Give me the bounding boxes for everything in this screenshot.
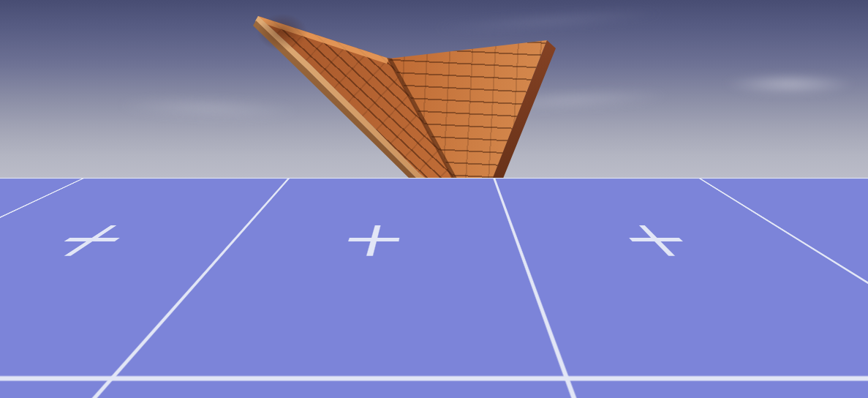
info-checkbox[interactable]: ✔ — [475, 269, 488, 283]
maximize-icon[interactable] — [594, 244, 603, 253]
filter-error-label: Error — [568, 271, 597, 282]
filter-error: Error ✔ — [568, 269, 617, 283]
show-muids-label: Show MUIDs as Links — [420, 380, 513, 391]
filter-info: Info ✔ — [445, 269, 488, 283]
log-entry[interactable]: Building_Ceiling — [227, 300, 624, 310]
panel-titlebar[interactable]: Event Log ✕ ✕ — [223, 234, 629, 263]
check-icon: ✔ — [548, 271, 556, 281]
panel-toolbar: ▾ Info ✔ Warning ✔ Error ✔ — [223, 263, 629, 288]
roof-mesh[interactable] — [249, 7, 563, 231]
auto-scroll-checkbox[interactable]: ✔ — [606, 379, 619, 392]
filter-warning: Warning ✔ — [498, 269, 559, 283]
warning-checkbox[interactable]: ✔ — [545, 269, 559, 283]
tab-event-log[interactable]: Event Log ✕ — [227, 242, 312, 263]
roof-tip-shade — [249, 7, 316, 57]
window-controls: ✕ — [575, 242, 621, 254]
log-entry[interactable]: Shared_Trim — [227, 310, 624, 320]
tab-close-icon[interactable]: ✕ — [298, 249, 306, 258]
tab-title: Event Log — [249, 247, 292, 258]
funnel-icon — [412, 271, 423, 281]
panel-footer: Show MUIDs as Links ✔ Auto Scroll ✔ — [223, 375, 629, 395]
chevron-down-icon: ▾ — [426, 272, 429, 279]
search-box[interactable] — [229, 266, 313, 285]
clipboard-icon — [233, 247, 244, 259]
log-entry[interactable]: Building_Roof — [227, 290, 624, 300]
magnifier-icon — [234, 271, 244, 281]
check-icon: ✔ — [478, 271, 486, 281]
filter-warning-label: Warning — [498, 271, 538, 282]
auto-scroll-label: Auto Scroll — [554, 380, 600, 391]
check-icon: ✔ — [609, 380, 617, 390]
check-icon: ✔ — [522, 380, 530, 390]
check-icon: ✔ — [606, 271, 614, 281]
show-muids-checkbox[interactable]: ✔ — [519, 379, 532, 392]
filter-info-label: Info — [445, 271, 468, 282]
event-log-panel: Event Log ✕ ✕ ▾ Info ✔ — [222, 233, 630, 397]
log-area[interactable]: Building_Roof Building_Ceiling Shared_Tr… — [223, 288, 629, 375]
search-input[interactable] — [247, 270, 308, 282]
close-icon[interactable]: ✕ — [611, 242, 621, 254]
minimize-icon[interactable] — [575, 249, 586, 252]
error-checkbox[interactable]: ✔ — [603, 269, 617, 283]
filter-button[interactable]: ▾ — [407, 266, 436, 285]
cloud — [702, 70, 868, 98]
